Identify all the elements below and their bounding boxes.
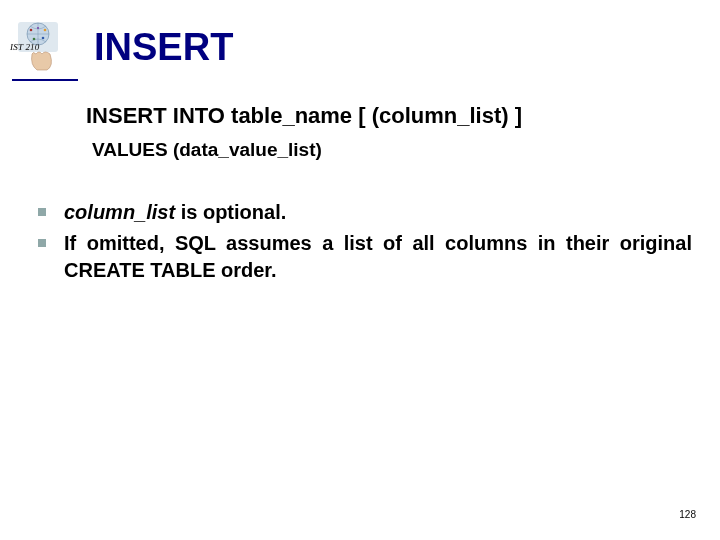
svg-point-8 bbox=[37, 27, 39, 29]
bullet-text-1: column_list is optional. bbox=[64, 199, 692, 226]
list-item: column_list is optional. bbox=[38, 199, 692, 226]
bullet-icon bbox=[38, 239, 46, 247]
svg-point-7 bbox=[42, 37, 45, 40]
bullet-text-2: If omitted, SQL assumes a list of all co… bbox=[64, 230, 692, 284]
syntax-line-1: INSERT INTO table_name [ (column_list) ] bbox=[86, 103, 690, 129]
page-number: 128 bbox=[679, 509, 696, 520]
list-item: If omitted, SQL assumes a list of all co… bbox=[38, 230, 692, 284]
slide-title: INSERT bbox=[94, 26, 233, 69]
syntax-line-2: VALUES (data_value_list) bbox=[92, 139, 690, 161]
slide-header: IST 210 INSERT bbox=[0, 0, 720, 75]
bullet-list: column_list is optional. If omitted, SQL… bbox=[0, 199, 720, 284]
course-logo: IST 210 bbox=[12, 20, 72, 75]
svg-point-6 bbox=[33, 38, 36, 41]
bullet-icon bbox=[38, 208, 46, 216]
svg-point-5 bbox=[44, 29, 47, 32]
svg-point-4 bbox=[30, 29, 33, 32]
slide-content: INSERT INTO table_name [ (column_list) ]… bbox=[0, 81, 720, 161]
course-code-label: IST 210 bbox=[10, 42, 40, 52]
